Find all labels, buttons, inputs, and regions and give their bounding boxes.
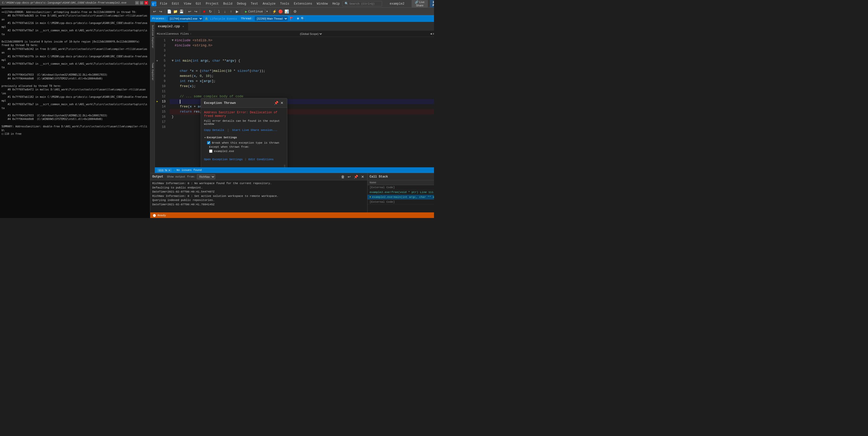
callstack-row-2[interactable]: ➤ example2.exe!main(int argc, char ** ar…: [368, 195, 434, 200]
exception-pin-btn[interactable]: 📌: [274, 100, 279, 105]
toolbar-save-btn[interactable]: 💾: [179, 9, 184, 14]
open-exception-settings-link[interactable]: Open Exception Settings: [204, 158, 243, 161]
toolbar-breakpoints-btn[interactable]: 🔴: [278, 9, 283, 14]
code-line-9[interactable]: int res = x [ argc ];: [169, 79, 434, 84]
toolbar-step-over-btn[interactable]: ⤵: [216, 9, 222, 14]
live-share-session-link[interactable]: Start Live Share session...: [232, 129, 277, 132]
token: (: [249, 68, 251, 73]
menu-project[interactable]: Project: [204, 1, 221, 7]
output-panel-title: Output: [152, 175, 163, 179]
search-threads-btn[interactable]: 🔍: [301, 17, 305, 20]
callstack-row-3[interactable]: [External Code]: [368, 200, 434, 205]
code-line-7[interactable]: char * x = ( char *) malloc ( 10 *: [169, 68, 434, 73]
edit-conditions-link[interactable]: Edit Conditions: [248, 158, 274, 161]
code-line-1[interactable]: ▼ #include <stdlib.h>: [169, 38, 434, 43]
exception-body: Address Sanitizer Error: Deallocation of…: [201, 108, 287, 158]
toolbar-debug-stop-btn[interactable]: ■: [202, 9, 207, 14]
toolbar-step-out-btn[interactable]: ↑: [228, 9, 234, 14]
editor-tab-example2[interactable]: example2.cpp ✕: [155, 22, 188, 31]
token: *): [210, 68, 214, 73]
menu-bar: {'}'} File Edit View Git Project Build D…: [150, 0, 434, 8]
toolbar-settings-btn[interactable]: ⚙: [292, 9, 298, 14]
code-line-6[interactable]: [169, 63, 434, 68]
toolbar-debug-restart-btn[interactable]: ↻: [208, 9, 213, 14]
toolbar-step-into-btn[interactable]: ↓: [222, 9, 228, 14]
output-source-select[interactable]: RichNav: [197, 174, 215, 179]
continue-dropdown-btn[interactable]: ▾: [265, 9, 269, 13]
output-pin-btn[interactable]: 📌: [353, 174, 359, 179]
callstack-row-0[interactable]: [External Code]: [368, 185, 434, 190]
code-line-11[interactable]: [169, 89, 434, 94]
toolbar-undo-btn[interactable]: ↩: [187, 9, 192, 14]
scope-select[interactable]: (Global Scope): [299, 32, 323, 36]
toolbar-run-to-cursor-btn[interactable]: ▶: [234, 9, 240, 14]
menu-test[interactable]: Test: [249, 1, 260, 7]
gutter-13: ➤: [155, 99, 159, 104]
toolbar-exception-btn[interactable]: ⚡: [272, 9, 277, 14]
code-line-10[interactable]: free ( x );: [169, 84, 434, 89]
menu-window[interactable]: Window: [315, 1, 330, 7]
output-clear-btn[interactable]: 🗑: [340, 174, 346, 179]
menu-git[interactable]: Git: [193, 1, 203, 7]
token: x: [194, 73, 196, 79]
thread-select[interactable]: [32260] Main Thread: [255, 16, 288, 21]
except-from-checkbox[interactable]: [209, 150, 212, 153]
toolbar-forward-btn[interactable]: ↪: [158, 9, 163, 14]
code-line-3[interactable]: [169, 48, 434, 53]
continue-btn[interactable]: ▶ Continue: [243, 9, 265, 14]
token: ];: [212, 79, 216, 84]
token: +: [192, 104, 198, 109]
fold-icon-5[interactable]: ▼: [156, 60, 158, 62]
copy-details-link[interactable]: Copy Details: [204, 129, 224, 132]
team-explorer-label[interactable]: Team Explorer: [151, 61, 154, 83]
break-on-exception-label: Break when this exception type is thrown: [212, 141, 279, 145]
menu-edit[interactable]: Edit: [170, 1, 181, 7]
bottom-panels: Output Show output from: RichNav 🗑 ↩ 📌 ✕: [150, 173, 434, 212]
token: sizeof: [237, 68, 249, 73]
token: x: [192, 68, 194, 73]
toolbar-new-btn[interactable]: 📄: [166, 9, 172, 14]
code-line-5[interactable]: ▼ int main ( int argc , char: [169, 58, 434, 63]
output-wrap-btn[interactable]: ↩: [347, 174, 352, 179]
exception-header: Exception Thrown 📌 ✕: [201, 98, 287, 108]
toolbar-perf-btn[interactable]: 📊: [284, 9, 289, 14]
thread-controls: ❄ 🔍: [297, 17, 305, 20]
breadcrumb-files[interactable]: Miscellaneous Files: [157, 32, 189, 35]
solution-explorer-label[interactable]: Solution Explorer: [151, 23, 154, 51]
exception-resize-handle[interactable]: ⣿: [201, 164, 287, 167]
toolbar-back-btn[interactable]: ↩: [152, 9, 157, 14]
zoom-control[interactable]: 111 % ▾: [157, 168, 172, 172]
process-select[interactable]: [11744] example2.exe: [168, 16, 203, 21]
terminal-close-btn[interactable]: ✕: [145, 1, 148, 5]
ln-9: 9: [159, 79, 167, 84]
terminal-text: ========================================…: [2, 7, 149, 136]
code-line-2[interactable]: #include <string.h>: [169, 43, 434, 48]
terminal-maximize-btn[interactable]: □: [140, 1, 144, 5]
menu-extensions[interactable]: Extensions: [292, 1, 314, 7]
output-close-btn[interactable]: ✕: [360, 174, 365, 179]
exception-footer: Open Exception Settings | Edit Condition…: [201, 158, 287, 164]
callstack-row-1[interactable]: example2.exe!free(void * ptr) Line 111 C…: [368, 190, 434, 195]
terminal-minimize-btn[interactable]: ─: [135, 1, 139, 5]
menu-help[interactable]: Help: [330, 1, 342, 7]
menu-analyze[interactable]: Analyze: [260, 1, 277, 7]
menu-file[interactable]: File: [158, 1, 169, 7]
active-frame-arrow: ➤: [370, 195, 371, 199]
code-line-4[interactable]: [169, 53, 434, 58]
toolbar-open-btn[interactable]: 📁: [173, 9, 178, 14]
menu-debug[interactable]: Debug: [235, 1, 248, 7]
menu-tools[interactable]: Tools: [278, 1, 291, 7]
continue-btn-group[interactable]: ▶ Continue ▾: [243, 9, 269, 14]
break-on-exception-checkbox[interactable]: [207, 141, 210, 145]
freeze-btn[interactable]: ❄: [297, 17, 299, 20]
menu-search-box[interactable]: 🔍 Search (Ctrl+Q): [342, 1, 382, 6]
menu-build[interactable]: Build: [221, 1, 234, 7]
menu-view[interactable]: View: [182, 1, 193, 7]
ln-16: 16: [159, 114, 167, 119]
live-share-btn[interactable]: 🔗 Live Share: [411, 0, 428, 7]
code-line-8[interactable]: memset ( x , 0 , 10 );: [169, 73, 434, 79]
tab-close-btn[interactable]: ✕: [181, 25, 185, 28]
toolbar-redo-btn[interactable]: ↪: [193, 9, 199, 14]
exception-close-btn[interactable]: ✕: [280, 100, 284, 105]
token: #include: [175, 38, 190, 43]
